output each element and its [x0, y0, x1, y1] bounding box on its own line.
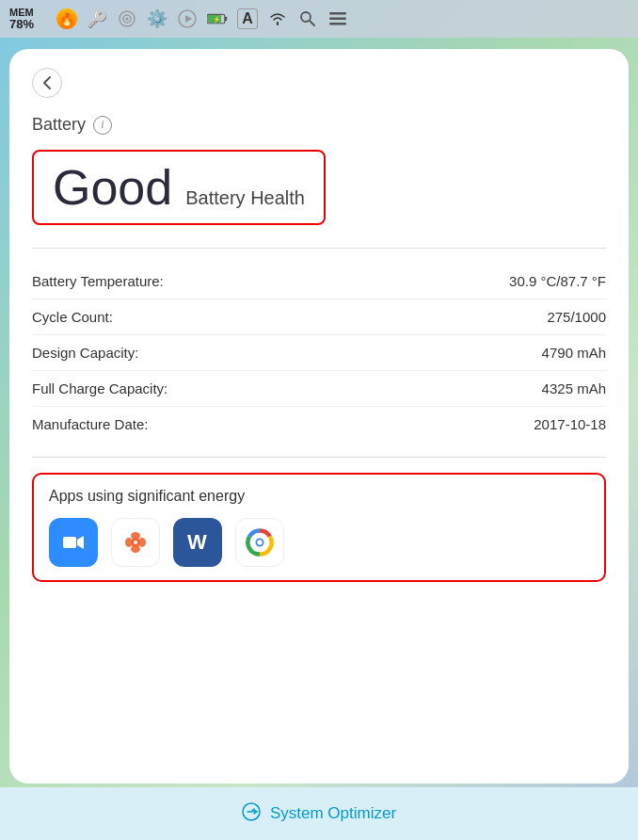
app-icon-word[interactable]: W [173, 518, 222, 567]
mem-indicator: MEM 78% [9, 7, 47, 31]
temp-label: Battery Temperature: [32, 273, 164, 289]
system-optimizer-icon [242, 802, 261, 826]
svg-rect-12 [329, 18, 346, 21]
app-icon-zoom[interactable] [49, 518, 98, 567]
stat-row-cycle: Cycle Count: 275/1000 [32, 299, 606, 335]
svg-point-30 [257, 540, 262, 544]
menu-icon[interactable] [327, 8, 348, 29]
svg-marker-4 [185, 15, 192, 23]
svg-point-23 [134, 541, 137, 544]
app-icon-baidu[interactable] [111, 518, 160, 567]
full-charge-label: Full Charge Capacity: [32, 380, 167, 396]
manufacture-value: 2017-10-18 [534, 416, 606, 432]
back-button[interactable] [32, 68, 62, 98]
temp-value: 30.9 °C/87.7 °F [509, 273, 606, 289]
stat-row-full-charge: Full Charge Capacity: 4325 mAh [32, 371, 606, 407]
bottom-bar[interactable]: System Optimizer [0, 787, 638, 840]
svg-point-2 [126, 18, 129, 21]
svg-line-10 [310, 21, 314, 25]
battery-charging-icon: ⚡ [207, 8, 228, 29]
stats-section: Battery Temperature: 30.9 °C/87.7 °F Cyc… [32, 264, 606, 442]
radio-icon [117, 8, 137, 29]
svg-rect-11 [329, 12, 346, 15]
apps-title: Apps using significant energy [49, 488, 589, 505]
battery-health-label: Battery Health [185, 187, 305, 209]
app-icon-chrome[interactable] [235, 518, 284, 567]
status-icons-group: 🔥 🔑 ⚙️ ⚡ [56, 8, 629, 29]
play-icon [177, 8, 198, 29]
stat-row-temperature: Battery Temperature: 30.9 °C/87.7 °F [32, 264, 606, 299]
apps-section-box: Apps using significant energy [32, 473, 606, 582]
design-label: Design Capacity: [32, 345, 138, 361]
stat-row-manufacture: Manufacture Date: 2017-10-18 [32, 407, 606, 442]
system-optimizer-label: System Optimizer [270, 804, 396, 823]
divider-top [32, 248, 606, 249]
main-card: Battery i Good Battery Health Battery Te… [9, 49, 629, 783]
manufacture-label: Manufacture Date: [32, 416, 148, 432]
cycle-value: 275/1000 [547, 309, 606, 325]
search-icon[interactable] [297, 8, 318, 29]
battery-status: Good [53, 163, 172, 212]
battery-health-box: Good Battery Health [32, 150, 326, 225]
svg-rect-13 [329, 23, 346, 25]
full-charge-value: 4325 mAh [542, 380, 606, 396]
section-title: Battery i [32, 115, 606, 135]
flame-icon: 🔥 [56, 8, 77, 29]
info-icon[interactable]: i [93, 116, 112, 135]
status-bar: MEM 78% 🔥 🔑 ⚙️ [0, 0, 638, 38]
svg-text:⚡: ⚡ [213, 15, 221, 24]
font-icon: A [237, 8, 258, 29]
cycle-label: Cycle Count: [32, 309, 113, 325]
svg-rect-6 [225, 17, 227, 22]
design-value: 4790 mAh [542, 345, 606, 361]
clover-icon: ⚙️ [147, 8, 167, 29]
svg-text:W: W [187, 530, 207, 554]
divider-bottom [32, 457, 606, 458]
stat-row-design: Design Capacity: 4790 mAh [32, 335, 606, 371]
wifi-icon [267, 8, 288, 29]
battery-title: Battery [32, 115, 86, 135]
svg-rect-15 [63, 537, 76, 548]
mem-value: 78% [9, 18, 47, 31]
key-icon: 🔑 [87, 8, 107, 29]
apps-row: W [49, 518, 589, 567]
